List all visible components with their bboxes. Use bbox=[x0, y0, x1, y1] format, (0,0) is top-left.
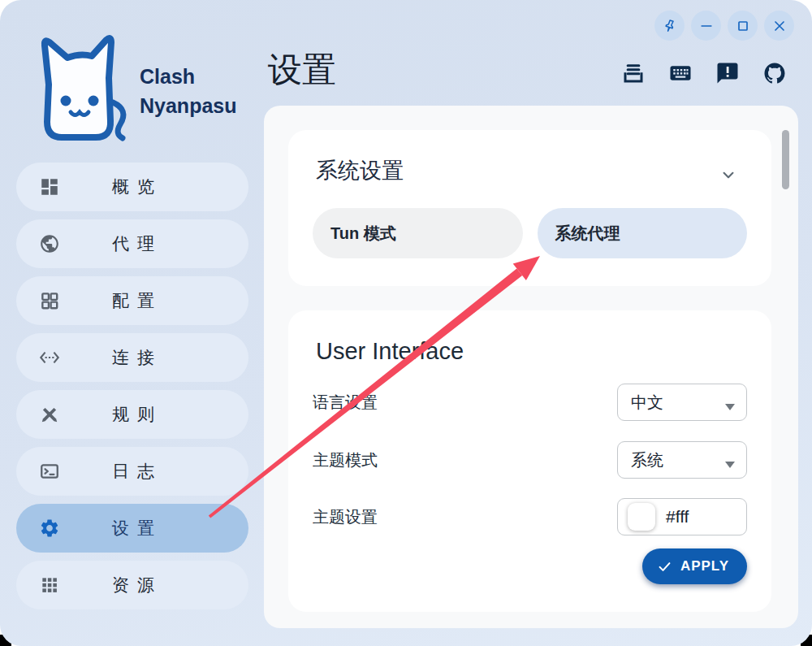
color-swatch[interactable] bbox=[628, 503, 655, 531]
card-title: 系统设置 bbox=[316, 156, 404, 185]
sidebar-item-label: 设置 bbox=[16, 517, 248, 540]
caret-down-icon bbox=[725, 457, 735, 463]
theme-color-input[interactable]: #fff bbox=[617, 498, 747, 535]
color-value: #fff bbox=[666, 507, 689, 527]
printer-icon bbox=[621, 61, 646, 85]
sidebar-item-resources[interactable]: 资源 bbox=[16, 561, 248, 609]
sidebar-item-profiles[interactable]: 配置 bbox=[16, 276, 248, 325]
apply-button-label: APPLY bbox=[680, 558, 729, 574]
tun-mode-button[interactable]: Tun 模式 bbox=[313, 208, 523, 258]
github-icon bbox=[762, 61, 787, 85]
sidebar-item-label: 配置 bbox=[16, 289, 248, 312]
settings-page: 系统设置 Tun 模式 系统代理 User Interface 语言设置 中文 bbox=[264, 106, 798, 628]
language-select[interactable]: 中文 bbox=[617, 384, 747, 421]
keyboard-icon bbox=[668, 61, 693, 85]
sidebar-item-overview[interactable]: 概览 bbox=[16, 163, 248, 211]
theme-setting-label: 主题设置 bbox=[313, 506, 378, 528]
theme-mode-select-value: 系统 bbox=[631, 449, 663, 471]
sidebar-item-settings[interactable]: 设置 bbox=[16, 504, 248, 553]
maximize-button[interactable] bbox=[728, 11, 758, 41]
system-toggle-row: Tun 模式 系统代理 bbox=[313, 208, 747, 258]
pin-button[interactable] bbox=[654, 11, 685, 41]
theme-mode-row: 主题模式 系统 bbox=[313, 441, 747, 479]
sidebar-item-label: 日志 bbox=[16, 460, 248, 483]
maximize-icon bbox=[735, 18, 751, 34]
minimize-button[interactable] bbox=[691, 11, 721, 41]
chevron-down-icon bbox=[718, 164, 739, 185]
pin-icon bbox=[659, 15, 680, 36]
close-icon bbox=[771, 18, 788, 34]
runtime-config-button[interactable] bbox=[619, 59, 648, 87]
sidebar-item-label: 规则 bbox=[16, 403, 248, 426]
hotkeys-button[interactable] bbox=[666, 59, 695, 87]
check-icon bbox=[657, 559, 672, 574]
page-title: 设置 bbox=[268, 47, 336, 93]
language-select-value: 中文 bbox=[631, 392, 663, 414]
system-proxy-button[interactable]: 系统代理 bbox=[538, 208, 748, 258]
language-setting-label: 语言设置 bbox=[313, 392, 378, 414]
user-interface-card: User Interface 语言设置 中文 主题模式 系统 bbox=[288, 310, 771, 612]
header-actions bbox=[619, 59, 789, 87]
sidebar-item-label: 资源 bbox=[16, 574, 248, 596]
minimize-icon bbox=[698, 18, 715, 34]
theme-mode-label: 主题模式 bbox=[313, 449, 378, 471]
apply-button[interactable]: APPLY bbox=[642, 548, 747, 584]
app-title-line2: Nyanpasu bbox=[140, 91, 236, 120]
window-controls bbox=[654, 11, 794, 41]
caret-down-icon bbox=[725, 399, 735, 405]
sidebar-item-logs[interactable]: 日志 bbox=[16, 447, 248, 496]
system-settings-card: 系统设置 Tun 模式 系统代理 bbox=[288, 130, 771, 286]
sidebar-item-proxies[interactable]: 代理 bbox=[16, 219, 248, 268]
scrollbar-thumb[interactable] bbox=[782, 130, 789, 189]
sidebar-item-label: 连接 bbox=[16, 346, 248, 369]
close-button[interactable] bbox=[764, 11, 794, 41]
cat-logo bbox=[21, 28, 136, 150]
sidebar-item-label: 代理 bbox=[16, 232, 248, 255]
sidebar-item-label: 概览 bbox=[16, 176, 248, 198]
sidebar-item-rules[interactable]: 规则 bbox=[16, 390, 248, 439]
sidebar-item-connections[interactable]: 连接 bbox=[16, 333, 248, 382]
language-setting-row: 语言设置 中文 bbox=[313, 384, 747, 421]
feedback-icon bbox=[715, 61, 740, 85]
collapse-button[interactable] bbox=[718, 164, 739, 185]
theme-mode-select[interactable]: 系统 bbox=[617, 441, 747, 479]
github-button[interactable] bbox=[760, 59, 789, 87]
app-title-line1: Clash bbox=[140, 62, 236, 91]
theme-setting-row: 主题设置 #fff bbox=[313, 498, 747, 535]
feedback-button[interactable] bbox=[713, 59, 742, 87]
app-window: Clash Nyanpasu 概览 代理 配置 连接 bbox=[0, 0, 812, 646]
card-title: User Interface bbox=[316, 338, 464, 365]
app-title: Clash Nyanpasu bbox=[140, 62, 236, 120]
